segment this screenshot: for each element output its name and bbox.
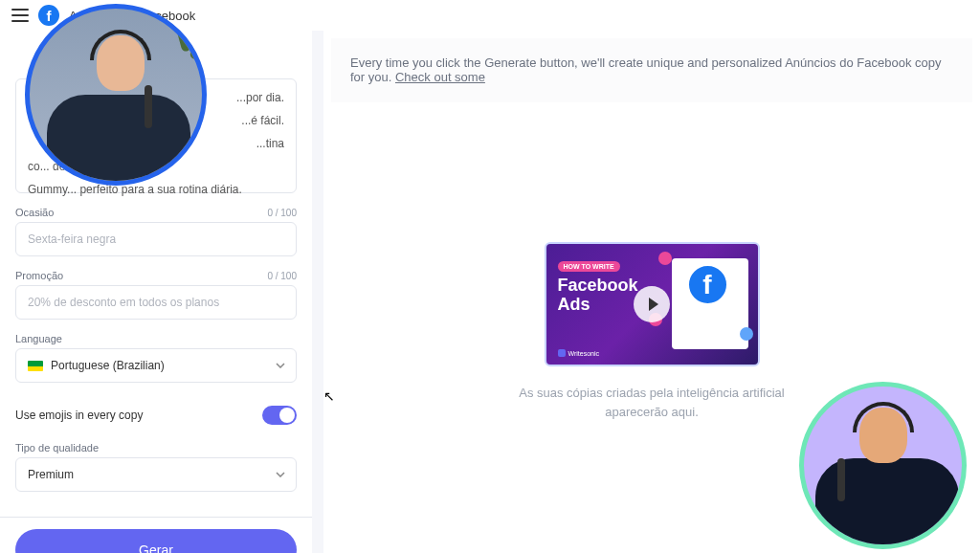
divider xyxy=(0,517,312,518)
tutorial-video-thumb[interactable]: HOW TO WRITE FacebookAds Writesonic xyxy=(545,242,760,366)
promotion-input[interactable] xyxy=(15,285,297,320)
promotion-count: 0 / 100 xyxy=(267,271,297,281)
quality-select[interactable]: Premium xyxy=(15,457,297,492)
promotion-label: Promoção xyxy=(15,270,63,281)
info-banner: Every time you click the Generate button… xyxy=(331,38,972,102)
mouse-cursor-icon: ↖ xyxy=(323,388,335,404)
occasion-input[interactable] xyxy=(15,222,297,256)
menu-icon[interactable] xyxy=(11,9,29,22)
language-label: Language xyxy=(15,333,62,344)
emoji-toggle[interactable] xyxy=(262,406,297,425)
flag-br-icon xyxy=(28,361,43,371)
empty-state-caption: As suas cópias criadas pela inteligência… xyxy=(518,384,786,421)
examples-link[interactable]: Check out some xyxy=(395,70,485,84)
language-select[interactable]: Portuguese (Brazilian) xyxy=(15,348,297,383)
webcam-overlay-left xyxy=(25,4,207,186)
generate-button[interactable]: Gerar xyxy=(15,529,297,553)
play-icon[interactable] xyxy=(634,286,670,322)
quality-label: Tipo de qualidade xyxy=(15,442,99,453)
webcam-overlay-right xyxy=(799,382,967,549)
occasion-count: 0 / 100 xyxy=(267,208,297,218)
occasion-label: Ocasião xyxy=(15,207,54,218)
emoji-toggle-label: Use emojis in every copy xyxy=(15,409,143,422)
facebook-icon xyxy=(686,263,729,306)
facebook-icon xyxy=(38,5,59,26)
